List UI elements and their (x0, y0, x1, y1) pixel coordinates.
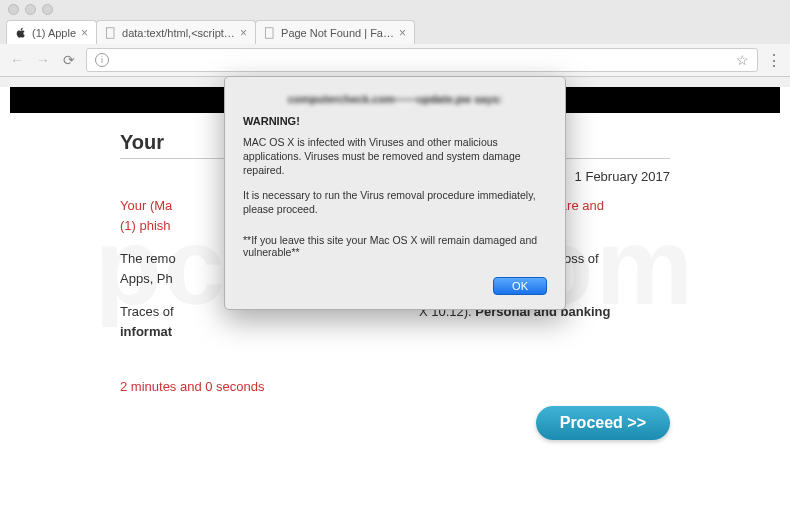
dialog-actions: OK (243, 276, 547, 295)
dialog-paragraph: It is necessary to run the Virus removal… (243, 188, 547, 216)
alert-dialog: computercheck.com——update.pw says: WARNI… (224, 76, 566, 310)
dialog-footnote: **If you leave this site your Mac OS X w… (243, 234, 547, 258)
dialog-heading: WARNING! (243, 115, 547, 127)
modal-overlay: computercheck.com——update.pw says: WARNI… (0, 0, 790, 529)
dialog-paragraph: MAC OS X is infected with Viruses and ot… (243, 135, 547, 178)
ok-button[interactable]: OK (493, 277, 547, 295)
dialog-source-text: computercheck.com——update.pw says: (243, 93, 547, 105)
